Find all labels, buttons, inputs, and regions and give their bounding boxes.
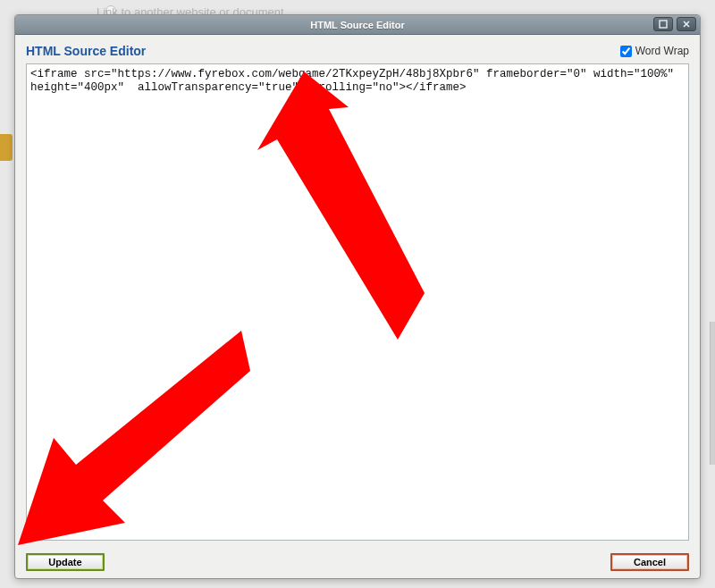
word-wrap-toggle-group[interactable]: Word Wrap [620,45,689,57]
dialog-titlebar[interactable]: HTML Source Editor [15,15,700,35]
word-wrap-label: Word Wrap [635,45,689,57]
close-icon [682,20,691,29]
window-controls [653,17,696,31]
html-source-editor-dialog: HTML Source Editor HTML Source Editor Wo… [14,14,701,579]
dialog-button-row: Update Cancel [15,548,700,578]
cancel-button[interactable]: Cancel [610,553,689,571]
background-panel-right [710,322,715,465]
update-button[interactable]: Update [26,553,105,571]
background-left-tab [0,134,13,161]
svg-rect-0 [660,21,667,28]
dialog-header-row: HTML Source Editor Word Wrap [15,35,700,63]
maximize-button[interactable] [653,17,673,31]
editor-wrap [15,63,700,548]
word-wrap-checkbox[interactable] [620,46,632,57]
maximize-icon [659,20,668,29]
dialog-title: HTML Source Editor [310,20,405,30]
dialog-header: HTML Source Editor [26,44,146,58]
close-button[interactable] [677,17,696,31]
html-source-textarea[interactable] [26,63,689,541]
